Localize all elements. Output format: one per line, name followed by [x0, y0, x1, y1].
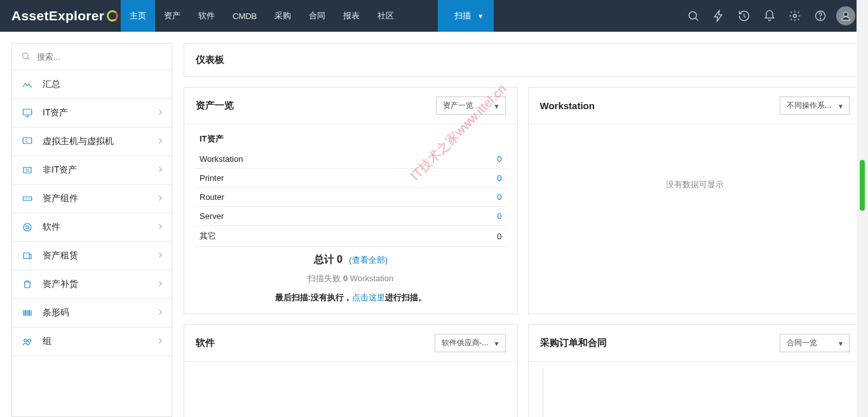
chevron-right-icon	[158, 337, 163, 347]
asset-row: Server0	[194, 207, 507, 226]
asset-table: Workstation0Printer0Router0Server0其它0	[194, 150, 507, 247]
card-title: 采购订单和合同	[540, 337, 607, 349]
sidebar-icon	[21, 164, 34, 176]
caret-down-icon: ▼	[494, 102, 500, 109]
top-nav: AssetExplorer 主页资产软件CMDB采购合同报表社区 扫描 ▼	[0, 0, 868, 32]
sidebar-item-8[interactable]: 条形码	[12, 299, 172, 328]
asset-value[interactable]: 0	[439, 150, 506, 169]
asset-name: 其它	[194, 226, 439, 247]
asset-name: Server	[194, 207, 439, 226]
sidebar-item-label: 资产补货	[43, 279, 78, 290]
sidebar-icon	[21, 307, 34, 319]
sidebar: 汇总IT资产虚拟主机与虚拟机非IT资产资产组件软件资产租赁资产补货条形码组	[11, 43, 172, 417]
nav-tab-4[interactable]: 采购	[266, 0, 300, 32]
sidebar-item-2[interactable]: 虚拟主机与虚拟机	[12, 128, 172, 156]
caret-down-icon: ▼	[477, 13, 484, 20]
brand-text: AssetExplorer	[11, 8, 104, 23]
sidebar-icon	[21, 221, 34, 234]
brand-ring-icon	[107, 10, 118, 22]
sidebar-icon	[21, 192, 34, 205]
svg-rect-9	[24, 168, 31, 173]
total-value: 0	[337, 254, 342, 265]
sidebar-item-label: 虚拟主机与虚拟机	[43, 136, 114, 147]
sidebar-item-6[interactable]: 资产租赁	[12, 242, 172, 270]
asset-row: 其它0	[194, 226, 507, 247]
svg-point-1	[689, 11, 696, 19]
sidebar-item-label: 组	[43, 336, 51, 347]
asset-row: Router0	[194, 188, 507, 207]
sidebar-item-1[interactable]: IT资产	[12, 99, 172, 128]
scan-label: 扫描	[454, 10, 471, 22]
card-title: Workstation	[540, 100, 595, 111]
asset-name: Workstation	[194, 150, 439, 169]
asset-total-row: 总计 0 (查看全部)	[194, 247, 507, 270]
sidebar-item-7[interactable]: 资产补货	[12, 270, 172, 299]
sidebar-item-9[interactable]: 组	[12, 328, 172, 356]
sidebar-item-label: 软件	[43, 222, 60, 233]
help-icon[interactable]	[810, 0, 831, 32]
sidebar-item-5[interactable]: 软件	[12, 213, 172, 242]
sidebar-search[interactable]	[12, 44, 172, 70]
user-menu[interactable]	[835, 0, 857, 32]
sidebar-item-label: 资产组件	[43, 193, 78, 204]
po-contract-select[interactable]: 合同一览 ▼	[780, 334, 850, 352]
main-area: 仪表板 资产一览 资产一览 ▼ IT资产 Workstation0Printer…	[184, 43, 862, 417]
svg-point-14	[24, 339, 27, 342]
select-label: 资产一览	[443, 101, 473, 110]
scrollbar[interactable]	[857, 0, 868, 417]
gear-icon[interactable]	[784, 0, 806, 32]
svg-point-11	[24, 223, 31, 231]
asset-value[interactable]: 0	[439, 169, 506, 188]
sidebar-icon	[21, 278, 34, 291]
scan-button[interactable]: 扫描 ▼	[438, 0, 494, 32]
history-icon[interactable]	[733, 0, 755, 32]
sidebar-item-label: 条形码	[43, 307, 69, 319]
view-all-link[interactable]: (查看全部)	[349, 255, 388, 265]
sidebar-icon	[21, 107, 34, 119]
nav-tabs: 主页资产软件CMDB采购合同报表社区	[121, 0, 403, 32]
select-label: 合同一览	[787, 338, 817, 347]
bolt-icon[interactable]	[708, 0, 729, 32]
chevron-right-icon	[158, 109, 163, 118]
search-input[interactable]	[37, 52, 163, 62]
svg-point-15	[28, 339, 31, 342]
sidebar-item-label: 资产租赁	[43, 250, 78, 261]
asset-row: Workstation0	[194, 150, 507, 169]
asset-value[interactable]: 0	[439, 188, 506, 207]
asset-value: 0	[439, 226, 506, 247]
asset-list-select[interactable]: 资产一览 ▼	[436, 96, 506, 115]
sidebar-item-4[interactable]: 资产组件	[12, 185, 172, 213]
chevron-right-icon	[158, 280, 163, 289]
svg-point-4	[820, 18, 821, 19]
contract-chart: 0 0	[543, 368, 848, 417]
nav-tab-6[interactable]: 报表	[334, 0, 369, 32]
scroll-thumb[interactable]	[860, 160, 865, 211]
nav-tab-7[interactable]: 社区	[369, 0, 403, 32]
no-data-text: 没有数据可显示	[529, 124, 862, 245]
sidebar-icon	[21, 78, 34, 91]
workstation-select[interactable]: 不同操作系... ▼	[780, 96, 850, 115]
nav-tab-0[interactable]: 主页	[121, 0, 155, 32]
asset-group-header: IT资产	[194, 132, 507, 150]
card-title: 软件	[196, 337, 215, 349]
last-scan-row: 最后扫描:没有执行，点击这里进行扫描。	[194, 287, 507, 303]
nav-tab-3[interactable]: CMDB	[224, 0, 266, 32]
bell-icon[interactable]	[759, 0, 780, 32]
svg-point-6	[23, 53, 29, 58]
software-select[interactable]: 软件供应商-... ▼	[435, 334, 506, 352]
nav-tab-5[interactable]: 合同	[300, 0, 334, 32]
card-software: 软件 软件供应商-... ▼ 没有数据可显示	[184, 324, 518, 417]
sidebar-item-label: 非IT资产	[43, 164, 77, 176]
nav-tab-2[interactable]: 软件	[189, 0, 224, 32]
no-data-text: 没有数据可显示	[184, 362, 517, 417]
total-label: 总计	[314, 254, 334, 265]
card-po-contract: 采购订单和合同 合同一览 ▼ 0 0	[528, 324, 862, 417]
search-icon[interactable]	[682, 0, 704, 32]
sidebar-item-0[interactable]: 汇总	[12, 70, 172, 99]
sidebar-item-3[interactable]: 非IT资产	[12, 156, 172, 185]
asset-value[interactable]: 0	[439, 207, 506, 226]
nav-tab-1[interactable]: 资产	[155, 0, 189, 32]
chevron-right-icon	[158, 166, 163, 175]
asset-row: Printer0	[194, 169, 507, 188]
scan-now-link[interactable]: 点击这里	[352, 293, 385, 302]
